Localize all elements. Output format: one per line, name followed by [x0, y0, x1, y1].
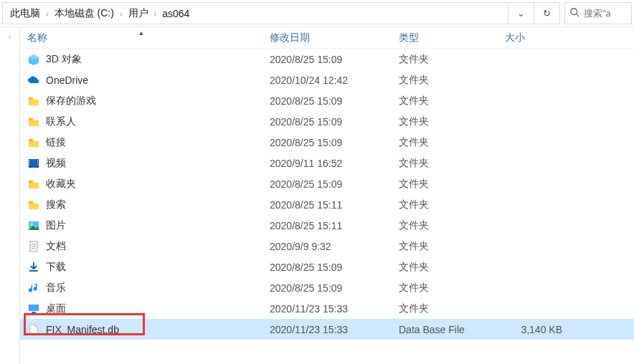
file-list-pane: ▲ 名称 修改日期 类型 大小 3D 对象2020/8/25 15:09文件夹O… — [20, 27, 634, 364]
cell-date: 2020/11/23 15:33 — [262, 324, 392, 335]
table-row[interactable]: 下载2020/8/25 15:09文件夹 — [20, 257, 634, 277]
chevron-right-icon: › — [117, 9, 126, 18]
file-rows: 3D 对象2020/8/25 15:09文件夹OneDrive2020/10/2… — [20, 49, 634, 340]
file-name: 图片 — [46, 219, 66, 232]
cell-name: OneDrive — [20, 74, 262, 87]
chevron-right-icon: › — [43, 9, 52, 18]
file-name: 音乐 — [46, 282, 66, 294]
onedrive-icon — [27, 74, 40, 87]
cell-name: 文档 — [20, 240, 262, 253]
cell-type: 文件夹 — [392, 261, 498, 274]
breadcrumb-seg[interactable]: 此电脑 — [7, 7, 43, 20]
cell-name: 音乐 — [20, 282, 262, 294]
cell-type: 文件夹 — [392, 74, 498, 87]
folder-g-icon — [27, 95, 40, 107]
content-area: › ▲ 名称 修改日期 类型 大小 3D 对象2020/8/25 15:09文件… — [0, 27, 634, 364]
table-row[interactable]: 保存的游戏2020/8/25 15:09文件夹 — [20, 90, 634, 111]
cell-type: Data Base File — [392, 324, 498, 335]
table-row[interactable]: 联系人2020/8/25 15:09文件夹 — [20, 111, 634, 132]
cell-type: 文件夹 — [392, 219, 498, 232]
cell-type: 文件夹 — [392, 95, 498, 107]
svg-rect-25 — [29, 270, 38, 272]
column-label: 大小 — [505, 32, 525, 43]
search-box[interactable] — [564, 2, 632, 24]
svg-rect-15 — [37, 164, 38, 166]
file-name: 文档 — [46, 240, 66, 253]
folder-se-icon — [27, 198, 40, 211]
file-name: 3D 对象 — [46, 53, 82, 66]
table-row[interactable]: 3D 对象2020/8/25 15:09文件夹 — [20, 49, 634, 70]
table-row[interactable]: 文档2020/9/9 9:32文件夹 — [20, 236, 634, 257]
file-icon — [27, 323, 40, 336]
table-row[interactable]: 收藏夹2020/8/25 15:09文件夹 — [20, 173, 634, 194]
cell-date: 2020/11/23 15:33 — [262, 303, 392, 315]
file-name: 联系人 — [46, 115, 76, 128]
cell-name: 链接 — [20, 136, 262, 149]
cell-name: FIX_Manifest.db — [20, 323, 262, 336]
column-header-type[interactable]: 类型 — [392, 32, 498, 44]
folder-c-icon — [27, 115, 40, 128]
cell-size: 3,140 KB — [498, 324, 584, 335]
svg-rect-6 — [29, 139, 33, 141]
table-row[interactable]: 视频2020/9/11 16:52文件夹 — [20, 153, 634, 173]
cell-name: 保存的游戏 — [20, 95, 262, 107]
cell-date: 2020/8/25 15:09 — [262, 282, 392, 294]
chevron-right-icon[interactable]: › — [9, 33, 11, 41]
file-name: OneDrive — [46, 75, 88, 86]
cell-date: 2020/9/9 9:32 — [262, 241, 392, 252]
cell-name: 3D 对象 — [20, 53, 262, 66]
cell-date: 2020/9/11 16:52 — [262, 158, 392, 169]
svg-rect-17 — [29, 201, 33, 203]
svg-rect-4 — [29, 97, 33, 100]
table-row[interactable]: FIX_Manifest.db2020/11/23 15:33Data Base… — [20, 319, 634, 340]
address-bar: 此电脑 › 本地磁盘 (C:) › 用户 › as064 ⌄ ↻ — [0, 0, 634, 27]
svg-point-0 — [571, 9, 577, 15]
column-label: 修改日期 — [270, 32, 310, 43]
svg-rect-12 — [29, 164, 30, 166]
cell-date: 2020/8/25 15:09 — [262, 54, 392, 65]
cell-name: 下载 — [20, 261, 262, 274]
table-row[interactable]: OneDrive2020/10/24 12:42文件夹 — [20, 70, 634, 90]
sort-asc-icon: ▲ — [138, 29, 145, 37]
table-row[interactable]: 音乐2020/8/25 15:09文件夹 — [20, 277, 634, 298]
svg-line-1 — [577, 14, 579, 17]
svg-rect-5 — [29, 118, 33, 120]
table-row[interactable]: 链接2020/8/25 15:09文件夹 — [20, 132, 634, 153]
file-name: 搜索 — [46, 198, 66, 211]
search-input[interactable] — [584, 8, 627, 19]
folder-l-icon — [27, 136, 40, 149]
file-name: 保存的游戏 — [46, 95, 96, 107]
download-icon — [27, 261, 40, 274]
table-row[interactable]: 桌面2020/11/23 15:33文件夹 — [20, 298, 634, 319]
svg-rect-13 — [37, 160, 38, 161]
breadcrumb-seg[interactable]: 本地磁盘 (C:) — [52, 7, 117, 20]
refresh-button[interactable]: ↻ — [534, 2, 560, 24]
file-name: FIX_Manifest.db — [46, 324, 119, 335]
file-name: 链接 — [46, 136, 66, 149]
chevron-down-icon: ⌄ — [517, 8, 525, 19]
svg-rect-16 — [29, 181, 33, 183]
breadcrumb-seg[interactable]: as064 — [159, 8, 192, 19]
cell-date: 2020/8/25 15:09 — [262, 178, 392, 190]
column-header-size[interactable]: 大小 — [498, 32, 584, 44]
address-dropdown-button[interactable]: ⌄ — [508, 2, 534, 24]
cell-type: 文件夹 — [392, 198, 498, 211]
file-name: 收藏夹 — [46, 178, 76, 191]
table-row[interactable]: 图片2020/8/25 15:11文件夹 — [20, 215, 634, 236]
column-header-name[interactable]: ▲ 名称 — [20, 32, 262, 44]
cell-name: 图片 — [20, 219, 262, 232]
cell-type: 文件夹 — [392, 302, 498, 315]
docs-icon — [27, 240, 40, 253]
breadcrumb[interactable]: 此电脑 › 本地磁盘 (C:) › 用户 › as064 — [2, 2, 508, 24]
file-name: 桌面 — [46, 302, 66, 315]
column-label: 名称 — [27, 32, 47, 43]
nav-pane-stub: › — [0, 27, 20, 364]
folder-s-icon — [27, 178, 40, 191]
table-row[interactable]: 搜索2020/8/25 15:11文件夹 — [20, 194, 634, 215]
cell-date: 2020/8/25 15:09 — [262, 262, 392, 273]
file-name: 视频 — [46, 157, 66, 170]
breadcrumb-seg[interactable]: 用户 — [126, 7, 151, 20]
video-icon — [27, 157, 40, 170]
column-header-date[interactable]: 修改日期 — [262, 32, 392, 44]
cell-name: 联系人 — [20, 115, 262, 128]
